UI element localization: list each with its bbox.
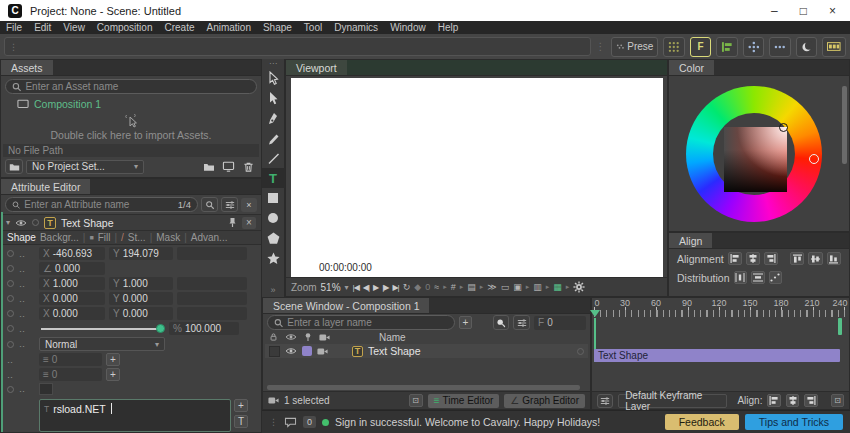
menu-edit[interactable]: Edit (28, 22, 57, 33)
visibility-column-icon[interactable] (285, 333, 297, 341)
pivot-x-field[interactable]: X0.000 (39, 307, 105, 320)
search-settings-button[interactable] (201, 197, 218, 212)
align-layout-button[interactable] (716, 37, 738, 57)
align-center-h-button[interactable] (746, 252, 760, 265)
guides-button[interactable]: ▤ (467, 282, 476, 292)
position-y-field[interactable]: Y194.079 (109, 247, 173, 260)
row-menu-icon[interactable]: ‥ (19, 324, 26, 334)
keyframe-layer-settings-button[interactable] (597, 394, 613, 408)
row-menu-icon[interactable]: ‥ (19, 384, 26, 394)
zoom-value[interactable]: 51% (321, 282, 341, 293)
menu-shape[interactable]: Shape (257, 22, 298, 33)
fullscreen-button[interactable]: ▭ (501, 282, 510, 292)
saturation-value-square[interactable] (724, 127, 787, 192)
viewport-canvas[interactable]: 00:00:00:00 (291, 78, 663, 277)
timeline-layer-bar[interactable]: Text Shape (594, 349, 840, 362)
direct-select-tool[interactable] (262, 88, 285, 108)
align-middle-v-button[interactable] (808, 252, 822, 265)
step-forward-button[interactable]: |▶ (382, 283, 388, 292)
dock-button[interactable]: ⊡ (409, 394, 423, 407)
tips-button[interactable]: Tips and Tricks (745, 414, 843, 430)
text-style-button[interactable]: T (234, 415, 248, 428)
select-tool[interactable] (262, 68, 285, 88)
menu-dynamics[interactable]: Dynamics (328, 22, 384, 33)
menu-tool[interactable]: Tool (298, 22, 328, 33)
chevron-down-icon[interactable]: ▾ (345, 283, 349, 292)
line-tool[interactable] (262, 148, 285, 168)
grid-button[interactable]: # (451, 282, 456, 292)
filmstrip-button[interactable] (822, 37, 846, 57)
loop-button[interactable]: ↻ (403, 282, 411, 292)
add-layer-button[interactable]: + (459, 316, 472, 329)
menu-animation[interactable]: Animation (200, 22, 256, 33)
connect-dot[interactable] (7, 341, 14, 348)
distribute-h-button[interactable] (734, 271, 748, 284)
presets-button[interactable]: Prese (611, 37, 659, 57)
connect-dot[interactable] (7, 250, 14, 257)
deformers-field[interactable]: ≡0 (39, 353, 102, 366)
playhead-flag[interactable] (590, 310, 600, 317)
connect-dot[interactable] (7, 280, 14, 287)
chevron-right-icon[interactable]: ▸ (546, 283, 550, 291)
tab-shape[interactable]: Shape (7, 232, 36, 243)
add-text-button[interactable]: + (234, 399, 248, 412)
position-extra-field[interactable] (177, 247, 247, 260)
connect-dot[interactable] (7, 310, 14, 317)
opacity-slider[interactable] (39, 322, 165, 335)
toolstrip-handle-icon[interactable]: ⋯ (269, 60, 277, 68)
close-attribute-button[interactable]: × (242, 217, 256, 229)
hue-selector[interactable] (809, 154, 819, 164)
more-dots-button[interactable] (769, 37, 791, 57)
solo-column-icon[interactable] (304, 332, 312, 342)
skew-y-field[interactable]: Y0.000 (109, 292, 173, 305)
row-menu-icon[interactable]: ‥ (7, 355, 14, 365)
lock-column-icon[interactable] (269, 332, 278, 342)
tab-advanced[interactable]: Advan... (191, 232, 228, 243)
visibility-eye-icon[interactable] (15, 219, 27, 227)
menu-help[interactable]: Help (432, 22, 465, 33)
tab-color[interactable]: Color (669, 60, 714, 75)
skew-extra-field[interactable] (177, 292, 247, 305)
menu-create[interactable]: Create (158, 22, 200, 33)
blend-mode-select[interactable]: Normal ▾ (39, 337, 165, 351)
chevron-right-icon[interactable]: ▸ (566, 283, 570, 291)
text-tool[interactable]: T (262, 168, 285, 188)
layer-select-box[interactable] (269, 346, 280, 357)
scene-hscrollbar[interactable] (267, 385, 580, 390)
connect-dot[interactable] (7, 295, 14, 302)
asset-search-input[interactable] (25, 81, 250, 92)
viewport-settings-button[interactable] (573, 281, 585, 293)
layers-view-button[interactable]: ▥ (533, 282, 542, 292)
frame-field[interactable]: F 0 (534, 316, 586, 330)
tab-stroke[interactable]: St... (128, 232, 146, 243)
row-menu-icon[interactable]: ‥ (19, 264, 26, 274)
render-column-icon[interactable] (319, 333, 330, 342)
keyframe-layer-field[interactable]: Default Keyframe Layer (618, 394, 727, 408)
layer-render-icon[interactable] (317, 347, 328, 356)
star-tool[interactable] (262, 248, 285, 268)
layer-search-input[interactable] (287, 317, 448, 328)
tab-assets[interactable]: Assets (1, 60, 53, 75)
attribute-search-input[interactable] (24, 199, 173, 210)
attribute-search[interactable]: 1/4 (5, 197, 198, 212)
theme-toggle-button[interactable] (796, 37, 818, 57)
layer-search[interactable] (267, 315, 455, 330)
scale-y-field[interactable]: Y1.000 (109, 277, 173, 290)
pivot-extra-field[interactable] (177, 307, 247, 320)
filter-button[interactable] (221, 197, 238, 212)
toolstrip-expand-icon[interactable]: » (270, 285, 275, 297)
layer-filter-button[interactable] (513, 315, 530, 330)
row-menu-icon[interactable]: ‥ (19, 339, 26, 349)
minimize-button[interactable]: – (771, 4, 778, 18)
asset-item-composition[interactable]: Composition 1 (1, 94, 261, 110)
keyframe-align-center-button[interactable] (786, 394, 799, 407)
tab-background[interactable]: Backgr... (40, 232, 79, 243)
rectangle-tool[interactable] (262, 188, 285, 208)
import-hint[interactable]: Double click here to import Assets. (1, 128, 261, 141)
graph-editor-button[interactable]: ∠ Graph Editor (504, 394, 585, 408)
layer-color-swatch[interactable] (302, 346, 312, 356)
tab-scene-window[interactable]: Scene Window - Composition 1 (263, 298, 429, 313)
tab-fill[interactable]: Fill (98, 232, 111, 243)
timeline-dock-button[interactable]: ⊡ (831, 394, 844, 407)
menu-composition[interactable]: Composition (91, 22, 159, 33)
